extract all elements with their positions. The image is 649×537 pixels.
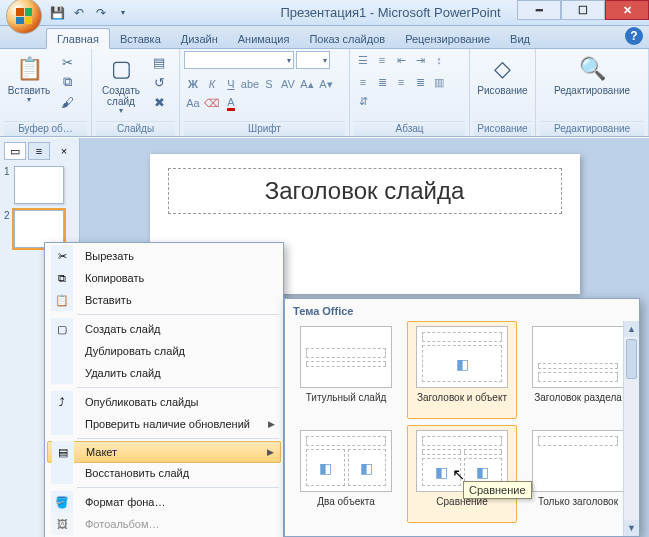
- scroll-down-icon[interactable]: ▼: [624, 520, 639, 536]
- scissors-icon: ✂: [58, 250, 67, 263]
- layout-title-only[interactable]: Только заголовок: [523, 425, 633, 523]
- layout-gallery: Тема Office Титульный слайд Заголовок и …: [284, 298, 640, 537]
- font-combo[interactable]: [184, 51, 294, 69]
- new-slide-icon: ▢: [57, 323, 67, 336]
- cm-copy[interactable]: ⧉ Копировать: [47, 267, 281, 289]
- shrink-font-button[interactable]: A▾: [317, 75, 335, 93]
- drawing-group-label: Рисование: [474, 121, 531, 136]
- slide-thumbnail[interactable]: [14, 166, 64, 204]
- thumb-number: 1: [4, 166, 10, 177]
- tab-review[interactable]: Рецензирование: [395, 29, 500, 48]
- paste-icon: 📋: [55, 294, 69, 307]
- indent-dec-button[interactable]: ⇤: [392, 51, 410, 69]
- maximize-button[interactable]: ☐: [561, 0, 605, 20]
- gallery-scrollbar[interactable]: ▲ ▼: [623, 321, 639, 536]
- layout-title-slide[interactable]: Титульный слайд: [291, 321, 401, 419]
- strike-button[interactable]: abe: [241, 75, 259, 93]
- find-icon: 🔍: [576, 53, 608, 85]
- align-right-button[interactable]: ≡: [392, 73, 410, 91]
- cm-duplicate-slide[interactable]: Дублировать слайд: [47, 340, 281, 362]
- ribbon: 📋 Вставить ▾ ✂ ⧉ 🖌 Буфер об… ▢ Создать с…: [0, 49, 649, 137]
- cm-cut[interactable]: ✂ Вырезать: [47, 245, 281, 267]
- cm-photo-album: 🖼 Фотоальбом…: [47, 513, 281, 535]
- new-slide-icon: ▢: [105, 53, 137, 85]
- underline-button[interactable]: Ч: [222, 75, 240, 93]
- line-spacing-button[interactable]: ↕: [430, 51, 448, 69]
- grow-font-button[interactable]: A▴: [298, 75, 316, 93]
- gallery-heading: Тема Office: [289, 303, 635, 321]
- close-pane-button[interactable]: ×: [53, 142, 75, 160]
- copy-icon[interactable]: ⧉: [58, 73, 76, 91]
- char-spacing-button[interactable]: AV: [279, 75, 297, 93]
- editing-group-label: Редактирование: [540, 121, 644, 136]
- redo-icon[interactable]: ↷: [92, 4, 110, 22]
- text-direction-button[interactable]: ⇵: [354, 92, 372, 110]
- cm-layout[interactable]: ▤ Макет ▶: [47, 441, 281, 463]
- publish-icon: ⤴: [59, 396, 65, 408]
- qat-dropdown-icon[interactable]: ▾: [114, 4, 132, 22]
- drawing-button[interactable]: ◇ Рисование: [478, 51, 528, 98]
- layout-icon[interactable]: ▤: [150, 53, 168, 71]
- cm-reset-slide[interactable]: Восстановить слайд: [47, 462, 281, 484]
- layout-icon: ▤: [58, 446, 68, 459]
- scroll-up-icon[interactable]: ▲: [624, 321, 639, 337]
- title-placeholder[interactable]: Заголовок слайда: [168, 168, 562, 214]
- thumb-number: 2: [4, 210, 10, 221]
- layout-section-header[interactable]: Заголовок раздела: [523, 321, 633, 419]
- help-icon[interactable]: ?: [625, 27, 643, 45]
- tab-animation[interactable]: Анимация: [228, 29, 300, 48]
- shadow-button[interactable]: S: [260, 75, 278, 93]
- columns-button[interactable]: ▥: [430, 73, 448, 91]
- scroll-thumb[interactable]: [626, 339, 637, 379]
- new-slide-label: Создать слайд: [102, 85, 140, 107]
- cm-delete-slide[interactable]: Удалить слайд: [47, 362, 281, 384]
- ribbon-tabs: Главная Вставка Дизайн Анимация Показ сл…: [0, 26, 649, 49]
- shapes-icon: ◇: [487, 53, 519, 85]
- clear-format-button[interactable]: ⌫: [203, 94, 221, 112]
- tab-home[interactable]: Главная: [46, 28, 110, 49]
- change-case-button[interactable]: Aa: [184, 94, 202, 112]
- align-left-button[interactable]: ≡: [354, 73, 372, 91]
- indent-inc-button[interactable]: ⇥: [411, 51, 429, 69]
- copy-icon: ⧉: [58, 272, 66, 285]
- format-painter-icon[interactable]: 🖌: [58, 93, 76, 111]
- tab-design[interactable]: Дизайн: [171, 29, 228, 48]
- submenu-arrow-icon: ▶: [267, 447, 274, 457]
- paste-button[interactable]: 📋 Вставить ▾: [4, 51, 54, 107]
- slides-group-label: Слайды: [96, 121, 175, 136]
- cm-check-updates[interactable]: Проверить наличие обновлений ▶: [47, 413, 281, 435]
- cursor-icon: ↖: [452, 465, 465, 484]
- slides-tab[interactable]: ▭: [4, 142, 26, 160]
- tab-view[interactable]: Вид: [500, 29, 540, 48]
- cm-publish-slides[interactable]: ⤴ Опубликовать слайды: [47, 391, 281, 413]
- font-size-combo[interactable]: [296, 51, 330, 69]
- numbering-button[interactable]: ≡: [373, 51, 391, 69]
- quick-access-toolbar: 💾 ↶ ↷ ▾: [48, 4, 132, 22]
- reset-slide-icon[interactable]: ↺: [150, 73, 168, 91]
- context-menu: ✂ Вырезать ⧉ Копировать 📋 Вставить ▢ Соз…: [44, 242, 284, 537]
- bold-button[interactable]: Ж: [184, 75, 202, 93]
- new-slide-button[interactable]: ▢ Создать слайд ▾: [96, 51, 146, 118]
- undo-icon[interactable]: ↶: [70, 4, 88, 22]
- cm-new-slide[interactable]: ▢ Создать слайд: [47, 318, 281, 340]
- close-button[interactable]: ✕: [605, 0, 649, 20]
- cut-icon[interactable]: ✂: [58, 53, 76, 71]
- tab-insert[interactable]: Вставка: [110, 29, 171, 48]
- italic-button[interactable]: К: [203, 75, 221, 93]
- align-center-button[interactable]: ≣: [373, 73, 391, 91]
- bullets-button[interactable]: ☰: [354, 51, 372, 69]
- font-color-button[interactable]: A: [222, 94, 240, 112]
- outline-tab[interactable]: ≡: [28, 142, 50, 160]
- minimize-button[interactable]: ━: [517, 0, 561, 20]
- editing-button[interactable]: 🔍 Редактирование: [548, 51, 636, 98]
- layout-two-content[interactable]: Два объекта: [291, 425, 401, 523]
- cm-format-background[interactable]: 🪣 Формат фона…: [47, 491, 281, 513]
- layout-title-content[interactable]: Заголовок и объект: [407, 321, 517, 419]
- save-icon[interactable]: 💾: [48, 4, 66, 22]
- tooltip: Сравнение: [463, 481, 532, 499]
- font-group-label: Шрифт: [184, 121, 345, 136]
- tab-slideshow[interactable]: Показ слайдов: [299, 29, 395, 48]
- cm-paste[interactable]: 📋 Вставить: [47, 289, 281, 311]
- delete-slide-icon[interactable]: ✖: [150, 93, 168, 111]
- justify-button[interactable]: ≣: [411, 73, 429, 91]
